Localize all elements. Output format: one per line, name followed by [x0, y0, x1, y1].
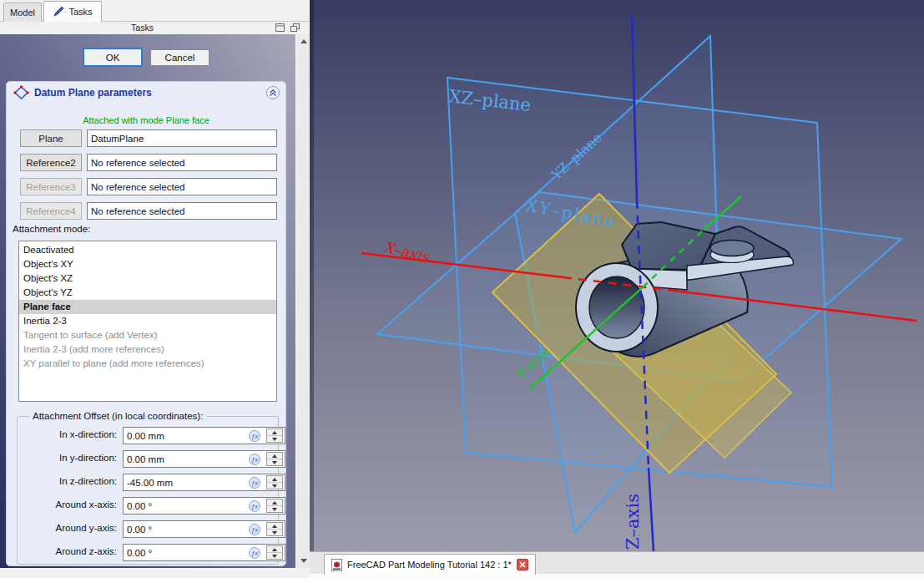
- rotation-y-spinner[interactable]: [266, 522, 283, 536]
- datum-plane-parameters-box: Datum Plane parameters Attached with mod…: [6, 81, 286, 566]
- rotation-x-spinner[interactable]: [266, 499, 283, 513]
- offset-x-spinner[interactable]: [266, 428, 283, 443]
- combo-view-panel: Model Tasks Tasks OK Cancel: [0, 0, 310, 578]
- close-document-icon[interactable]: [517, 559, 528, 570]
- reference4-input[interactable]: No reference selected: [87, 202, 277, 220]
- attachment-mode-list[interactable]: Deactivated Object's XY Object's XZ Obje…: [18, 241, 277, 402]
- rotation-y-value: 0.00 °: [127, 525, 152, 535]
- reference3-row: Reference3 No reference selected: [7, 178, 285, 195]
- boss-top[interactable]: [710, 241, 754, 256]
- mode-option[interactable]: Object's XZ: [19, 271, 276, 286]
- mode-option-disabled: Tangent to surface (add Vertex): [19, 328, 276, 342]
- viewport-edge-shade: [310, 0, 314, 551]
- offset-y-spinner[interactable]: [266, 452, 283, 466]
- tab-model-label: Model: [10, 8, 35, 18]
- pen-icon: [53, 6, 64, 18]
- offset-z-row: In z-direction: -45.00 mm ƒx: [18, 474, 278, 491]
- rotation-z-value: 0.00 °: [127, 548, 152, 558]
- attachment-mode-label: Attachment mode:: [13, 224, 90, 234]
- offset-y-input[interactable]: 0.00 mm ƒx: [123, 450, 285, 468]
- panel-footer: [0, 568, 310, 578]
- cancel-button[interactable]: Cancel: [150, 49, 210, 66]
- plane-reference-row: Plane DatumPlane: [7, 129, 285, 147]
- offset-y-label: In y-direction:: [21, 453, 117, 463]
- offset-z-input[interactable]: -45.00 mm ƒx: [123, 474, 285, 491]
- plane-button[interactable]: Plane: [20, 129, 82, 147]
- datum-box-header: Datum Plane parameters: [7, 82, 285, 104]
- scroll-up-arrow[interactable]: [296, 34, 311, 48]
- scroll-down-arrow[interactable]: [296, 554, 311, 568]
- expression-icon[interactable]: ƒx: [249, 430, 260, 442]
- mode-option[interactable]: Deactivated: [19, 243, 276, 257]
- collapse-section-button[interactable]: [266, 86, 280, 99]
- offset-y-value: 0.00 mm: [127, 454, 164, 464]
- float-panel-icon[interactable]: [290, 23, 300, 33]
- reference4-row: Reference4 No reference selected: [7, 202, 285, 220]
- mode-option-disabled: XY parallel to plane (add more reference…: [19, 357, 276, 371]
- freecad-document-icon: [331, 559, 342, 571]
- offset-z-label: In z-direction:: [21, 476, 117, 486]
- double-chevron-up-icon: [269, 89, 277, 97]
- rotation-x-value: 0.00 °: [127, 501, 152, 511]
- attachment-offset-title: Attachment Offset (in local coordinates)…: [29, 411, 206, 421]
- offset-x-value: 0.00 mm: [127, 431, 164, 441]
- datum-plane-icon: [13, 85, 29, 100]
- document-tab[interactable]: FreeCAD Part Modeling Tutorial 142 : 1*: [324, 554, 536, 575]
- z-axis-label: Z–axis: [623, 494, 643, 550]
- reference3-input[interactable]: No reference selected: [87, 178, 277, 195]
- ok-button[interactable]: OK: [83, 48, 143, 67]
- tasks-titlebar: Tasks: [0, 22, 310, 34]
- document-tabbar: FreeCAD Part Modeling Tutorial 142 : 1*: [310, 551, 924, 578]
- 3d-viewport[interactable]: XZ–plane YZ–plane XY–plane X–axis Y–axis…: [310, 0, 924, 551]
- mode-option[interactable]: Inertia 2-3: [19, 314, 276, 328]
- expression-icon[interactable]: ƒx: [249, 524, 260, 535]
- reference2-button[interactable]: Reference2: [20, 154, 82, 171]
- rotation-z-label: Around z-axis:: [21, 546, 117, 556]
- offset-y-row: In y-direction: 0.00 mm ƒx: [18, 450, 278, 468]
- reference2-input[interactable]: No reference selected: [87, 154, 277, 171]
- mode-option[interactable]: Object's YZ: [19, 286, 276, 300]
- rotation-x-row: Around x-axis: 0.00 ° ƒx: [18, 497, 278, 515]
- rotation-y-row: Around y-axis: 0.00 ° ƒx: [18, 520, 278, 538]
- expression-icon[interactable]: ƒx: [249, 477, 260, 489]
- reference4-button: Reference4: [20, 202, 82, 220]
- offset-x-label: In x-direction:: [21, 429, 117, 439]
- document-tab-title: FreeCAD Part Modeling Tutorial 142 : 1*: [347, 560, 512, 570]
- plane-name-input[interactable]: DatumPlane: [87, 129, 277, 147]
- expression-icon[interactable]: ƒx: [249, 500, 260, 512]
- rotation-x-input[interactable]: 0.00 ° ƒx: [123, 497, 285, 515]
- tab-model[interactable]: Model: [3, 3, 42, 22]
- tasks-title: Tasks: [0, 23, 285, 33]
- expression-icon[interactable]: ƒx: [249, 454, 260, 465]
- combo-view-tabbar: Model Tasks: [0, 0, 310, 22]
- dock-panel-icon[interactable]: [275, 23, 285, 33]
- tasks-panel-body: OK Cancel Datum Plane parameters: [0, 34, 295, 568]
- rotation-z-row: Around z-axis: 0.00 ° ƒx: [18, 544, 278, 561]
- panel-scrollbar[interactable]: [295, 34, 310, 568]
- mode-option[interactable]: Object's XY: [19, 257, 276, 271]
- mode-option-selected[interactable]: Plane face: [19, 300, 276, 314]
- freecad-window: Model Tasks Tasks OK Cancel: [0, 0, 924, 578]
- rotation-x-label: Around x-axis:: [21, 499, 117, 510]
- attachment-status-text: Attached with mode Plane face: [7, 115, 285, 125]
- rotation-z-spinner[interactable]: [266, 545, 283, 560]
- reference3-button: Reference3: [20, 178, 82, 195]
- offset-x-input[interactable]: 0.00 mm ƒx: [123, 427, 285, 444]
- tab-tasks[interactable]: Tasks: [43, 1, 102, 22]
- rotation-y-label: Around y-axis:: [21, 523, 117, 533]
- offset-x-row: In x-direction: 0.00 mm ƒx: [18, 427, 278, 444]
- rotation-z-input[interactable]: 0.00 ° ƒx: [123, 544, 285, 561]
- rotation-y-input[interactable]: 0.00 ° ƒx: [123, 520, 285, 538]
- mode-option-disabled: Inertia 2-3 (add more references): [19, 342, 276, 357]
- expression-icon[interactable]: ƒx: [249, 547, 260, 559]
- tab-tasks-label: Tasks: [68, 7, 92, 17]
- reference2-row: Reference2 No reference selected: [7, 154, 285, 171]
- offset-z-spinner[interactable]: [266, 475, 283, 489]
- offset-z-value: -45.00 mm: [127, 478, 173, 488]
- attachment-offset-group: Attachment Offset (in local coordinates)…: [17, 416, 279, 565]
- viewport-area: XZ–plane YZ–plane XY–plane X–axis Y–axis…: [310, 0, 924, 578]
- datum-box-title: Datum Plane parameters: [34, 87, 152, 99]
